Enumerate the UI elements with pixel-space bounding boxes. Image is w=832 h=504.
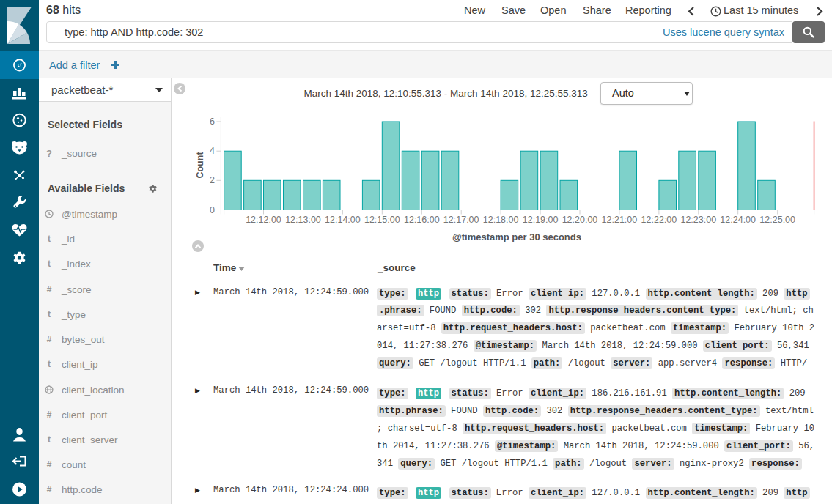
svg-text:12:19:00: 12:19:00: [523, 215, 559, 225]
svg-text:12:23:00: 12:23:00: [680, 215, 716, 225]
svg-text:0: 0: [210, 205, 215, 215]
svg-text:12:25:00: 12:25:00: [759, 215, 795, 225]
svg-text:Count: Count: [195, 152, 205, 179]
svg-text:12:21:00: 12:21:00: [602, 215, 638, 225]
svg-text:12:24:00: 12:24:00: [720, 215, 756, 225]
svg-text:12:13:00: 12:13:00: [285, 215, 321, 225]
svg-text:12:22:00: 12:22:00: [641, 215, 677, 225]
svg-text:2: 2: [210, 175, 215, 185]
svg-text:4: 4: [210, 146, 215, 156]
svg-text:@timestamp per 30 seconds: @timestamp per 30 seconds: [452, 231, 581, 242]
svg-text:12:18:00: 12:18:00: [483, 215, 519, 225]
svg-text:6: 6: [210, 116, 215, 127]
svg-text:12:16:00: 12:16:00: [404, 215, 440, 225]
svg-text:12:20:00: 12:20:00: [562, 215, 598, 225]
svg-text:12:14:00: 12:14:00: [325, 215, 361, 225]
svg-text:12:12:00: 12:12:00: [246, 215, 281, 225]
svg-text:12:15:00: 12:15:00: [364, 215, 400, 225]
svg-text:12:17:00: 12:17:00: [443, 215, 479, 225]
